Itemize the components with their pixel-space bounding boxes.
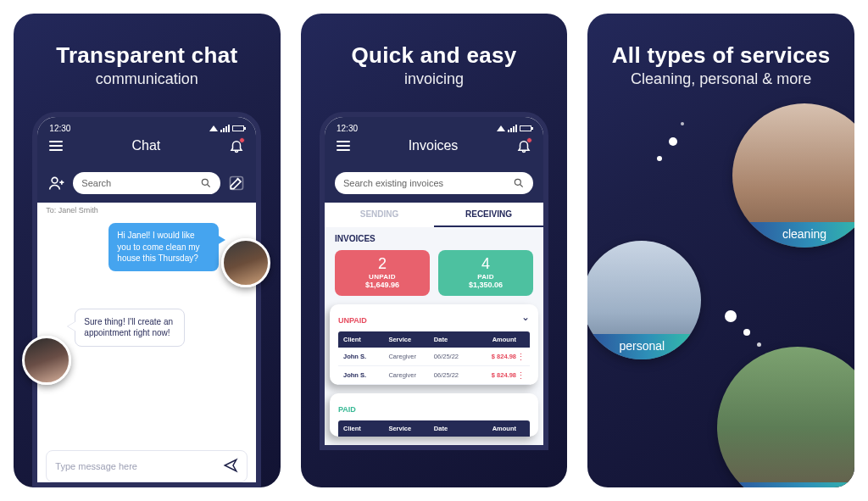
panel-title: Transparent chat <box>56 42 237 69</box>
col-amount: Amount <box>475 425 516 432</box>
section-title: INVOICES <box>325 227 543 250</box>
cell-client: John S. <box>343 353 388 360</box>
cell-amount: $ 824.98 <box>475 371 516 379</box>
invoice-tabs: SENDING RECEIVING <box>325 203 543 227</box>
search-placeholder: Search <box>81 178 111 188</box>
panel-invoices: Quick and easy invoicing 12:30 Invoices <box>301 14 568 487</box>
phone-mock-invoices: 12:30 Invoices Search existing invoices <box>320 112 548 450</box>
cell-client: John S. <box>343 371 388 379</box>
status-time: 12:30 <box>337 124 358 133</box>
phone-mock-chat: 12:30 Chat Search <box>32 112 261 487</box>
bell-icon[interactable] <box>516 138 531 153</box>
hamburger-icon[interactable] <box>337 141 350 151</box>
decor-dot <box>669 137 677 146</box>
cell-date: 06/25/22 <box>434 371 476 379</box>
panel-title: All types of services <box>612 42 831 69</box>
svg-rect-2 <box>231 177 243 190</box>
decor-dot <box>757 342 761 347</box>
col-client: Client <box>343 336 388 343</box>
service-personal: personal <box>587 241 701 359</box>
avatar-contact <box>221 238 270 287</box>
panel-chat: Transparent chat communication 12:30 Cha… <box>14 14 281 487</box>
status-bar: 12:30 <box>337 124 531 133</box>
table-row[interactable]: John S. Caregiver 06/25/22 $ 824.98 ⋮ <box>338 348 530 366</box>
search-icon <box>513 177 525 189</box>
cell-amount: $ 824.98 <box>475 353 516 360</box>
decor-dot <box>743 329 750 336</box>
service-label: and more <box>717 482 854 487</box>
tab-receiving[interactable]: RECEIVING <box>434 203 543 227</box>
wifi-icon <box>220 125 230 132</box>
battery-icon <box>520 125 531 131</box>
col-date: Date <box>434 336 476 343</box>
status-bar: 12:30 <box>49 124 244 133</box>
chat-thread: Hi Janel! I would like you to come clean… <box>37 218 256 413</box>
decor-dot <box>657 156 662 161</box>
service-bubbles: cleaning personal and more <box>587 88 854 487</box>
stat-label: PAID <box>438 273 533 281</box>
signal-icon <box>497 125 505 131</box>
table-header: Client Service Date Amount <box>338 331 530 348</box>
battery-icon <box>232 125 244 131</box>
svg-point-1 <box>203 179 209 185</box>
panel-title: Quick and easy <box>352 42 517 69</box>
col-amount: Amount <box>475 336 516 343</box>
col-service: Service <box>388 336 433 343</box>
service-more: and more <box>717 347 854 487</box>
notification-dot <box>526 137 532 143</box>
hamburger-icon[interactable] <box>49 141 63 151</box>
table-header: Client Service Date Amount <box>338 420 530 437</box>
compose-icon[interactable] <box>227 174 246 192</box>
decor-dot <box>725 310 737 322</box>
stat-count: 2 <box>335 255 430 273</box>
svg-point-3 <box>515 179 520 185</box>
bell-icon[interactable] <box>229 138 244 153</box>
col-date: Date <box>434 425 476 432</box>
message-input[interactable]: Type message here <box>46 450 248 482</box>
service-label: personal <box>587 334 701 359</box>
search-icon <box>200 177 212 189</box>
panel-subtitle: communication <box>96 70 198 88</box>
svg-point-0 <box>52 177 58 183</box>
stat-total: $1,649.96 <box>335 281 430 289</box>
service-label: cleaning <box>732 222 854 248</box>
stat-unpaid[interactable]: 2 UNPAID $1,649.96 <box>335 250 430 296</box>
screen-title: Chat <box>131 138 160 153</box>
card-unpaid: UNPAID ⌄ Client Service Date Amount John… <box>330 304 538 385</box>
search-input[interactable]: Search existing invoices <box>335 172 533 194</box>
decor-dot <box>681 122 684 125</box>
cell-service: Caregiver <box>388 353 433 360</box>
table-row[interactable]: John S. Caregiver 06/25/22 $ 824.98 ⋮ <box>338 366 530 385</box>
stat-count: 4 <box>438 255 533 273</box>
message-input-placeholder: Type message here <box>55 461 137 471</box>
chevron-down-icon[interactable]: ⌄ <box>521 311 530 323</box>
wifi-icon <box>508 125 517 132</box>
card-paid: PAID Client Service Date Amount <box>330 393 538 437</box>
message-incoming: Hi Janel! I would like you to come clean… <box>108 223 219 271</box>
col-client: Client <box>343 425 388 432</box>
send-icon[interactable] <box>223 458 238 475</box>
stat-paid[interactable]: 4 PAID $1,350.06 <box>438 250 533 296</box>
col-service: Service <box>388 425 433 432</box>
panel-subtitle: invoicing <box>404 70 464 88</box>
add-person-icon[interactable] <box>47 174 66 192</box>
tab-sending[interactable]: SENDING <box>325 203 434 227</box>
panel-services: All types of services Cleaning, personal… <box>587 14 854 487</box>
cell-service: Caregiver <box>388 371 433 379</box>
screen-title: Invoices <box>409 138 459 153</box>
cell-date: 06/25/22 <box>434 353 476 360</box>
avatar-self <box>22 336 71 385</box>
signal-icon <box>209 125 218 131</box>
chat-to-line: To: Janel Smith <box>37 203 256 218</box>
card-title: PAID <box>338 405 356 414</box>
panel-subtitle: Cleaning, personal & more <box>631 70 811 88</box>
status-time: 12:30 <box>49 124 70 133</box>
stat-total: $1,350.06 <box>438 281 533 289</box>
stat-label: UNPAID <box>335 273 430 281</box>
card-title: UNPAID <box>338 316 367 325</box>
service-cleaning: cleaning <box>732 103 854 248</box>
message-outgoing: Sure thing! I'll create an appointment r… <box>75 309 185 347</box>
search-placeholder: Search existing invoices <box>343 178 443 188</box>
search-input[interactable]: Search <box>73 172 220 194</box>
